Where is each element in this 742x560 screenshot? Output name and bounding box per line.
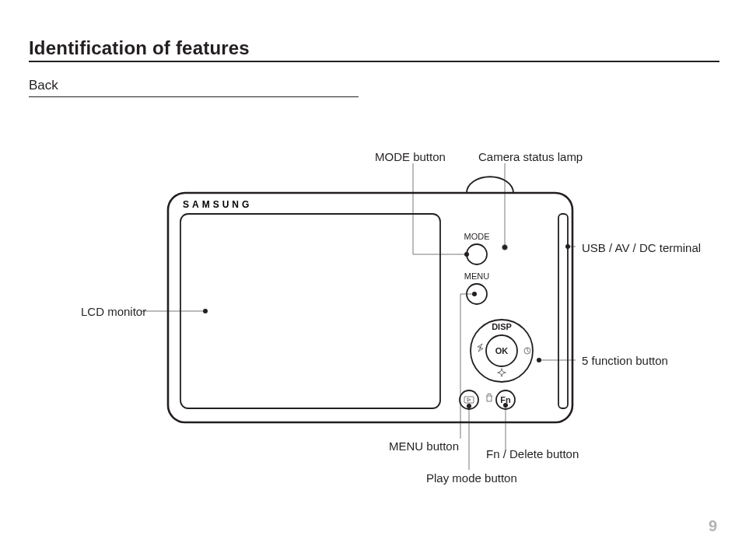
svg-rect-12 <box>558 214 568 408</box>
camera-back-diagram: MODE MENU OK DISP Fn SAMSUNG <box>0 0 742 560</box>
page-number: 9 <box>709 517 717 535</box>
svg-rect-25 <box>464 397 474 403</box>
svg-point-23 <box>500 371 504 375</box>
svg-text:DISP: DISP <box>492 322 512 331</box>
svg-text:SAMSUNG: SAMSUNG <box>183 199 252 210</box>
svg-text:OK: OK <box>495 346 509 355</box>
svg-point-24 <box>460 390 478 409</box>
svg-text:MODE: MODE <box>464 232 490 241</box>
svg-point-15 <box>502 245 508 250</box>
svg-text:Fn: Fn <box>500 395 511 404</box>
svg-point-16 <box>467 284 487 304</box>
svg-rect-10 <box>168 193 572 422</box>
svg-text:MENU: MENU <box>464 271 489 281</box>
svg-rect-11 <box>180 214 440 408</box>
svg-point-13 <box>467 244 487 264</box>
